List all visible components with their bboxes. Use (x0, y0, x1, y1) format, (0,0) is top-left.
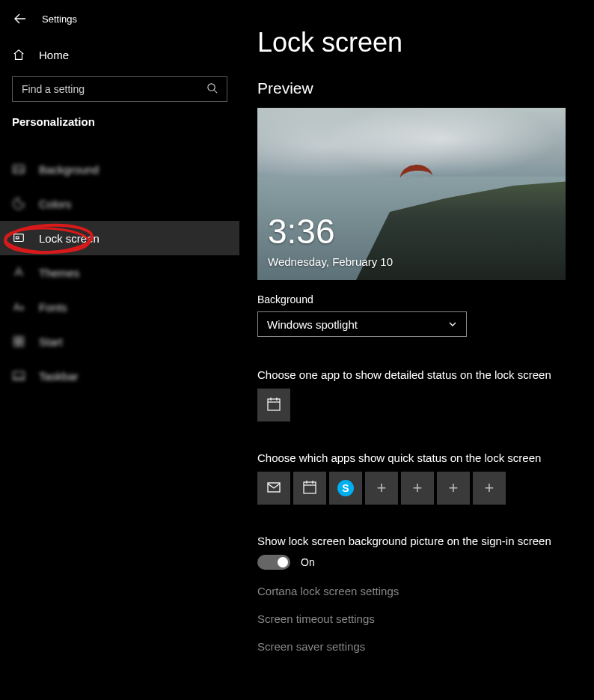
detailed-status-row (257, 389, 567, 421)
home-nav[interactable]: Home (0, 40, 239, 69)
link-timeout-settings[interactable]: Screen timeout settings (257, 612, 567, 625)
calendar-icon (266, 396, 282, 415)
quick-app-calendar[interactable] (293, 472, 326, 505)
fonts-icon (12, 300, 25, 314)
sidebar-item-label: Fonts (39, 301, 67, 314)
toggle-state: On (301, 556, 315, 568)
svg-rect-5 (16, 237, 19, 239)
start-icon (12, 335, 25, 348)
palette-icon (12, 197, 25, 210)
mail-icon (266, 479, 282, 498)
svg-point-0 (208, 84, 215, 91)
quick-status-row: S + + + + (257, 472, 567, 505)
svg-rect-1 (13, 165, 24, 174)
svg-rect-12 (268, 399, 280, 410)
sidebar-item-label: Lock screen (39, 232, 99, 245)
chevron-down-icon (448, 318, 457, 331)
nav-list: Background Colors Lock screen Themes Fon… (0, 152, 239, 393)
taskbar-icon (12, 369, 25, 383)
plus-icon: + (377, 478, 387, 498)
sidebar-item-label: Colors (39, 198, 71, 210)
svg-rect-7 (19, 337, 23, 341)
background-label: Background (257, 293, 567, 305)
dropdown-value: Windows spotlight (267, 318, 358, 331)
back-icon[interactable] (13, 12, 27, 25)
calendar-icon (301, 479, 318, 498)
section-heading: Personalization (0, 115, 239, 139)
quick-status-label: Choose which apps show quick status on t… (257, 451, 567, 464)
themes-icon (12, 266, 25, 279)
preview-clock: 3:36 (268, 211, 335, 252)
search-box[interactable] (12, 76, 227, 102)
plus-icon: + (449, 478, 459, 498)
quick-app-add-2[interactable]: + (401, 472, 434, 505)
svg-rect-20 (268, 483, 280, 492)
sidebar-item-taskbar[interactable]: Taskbar (0, 359, 239, 393)
sidebar-item-label: Background (39, 163, 99, 176)
picture-icon (12, 162, 25, 176)
quick-app-mail[interactable] (257, 472, 290, 505)
background-dropdown[interactable]: Windows spotlight (257, 311, 467, 337)
lock-screen-preview: 3:36 Wednesday, February 10 (257, 108, 566, 280)
sidebar-item-lock-screen[interactable]: Lock screen (0, 221, 239, 255)
sidebar-item-background[interactable]: Background (0, 152, 239, 186)
svg-rect-8 (14, 342, 18, 346)
svg-rect-21 (304, 482, 316, 493)
sidebar-item-themes[interactable]: Themes (0, 255, 239, 290)
plus-icon: + (413, 478, 423, 498)
titlebar: Settings (0, 6, 239, 40)
quick-app-add-1[interactable]: + (365, 472, 398, 505)
settings-sidebar: Settings Home Personalization Background… (0, 0, 239, 700)
home-label: Home (39, 49, 69, 61)
sidebar-item-colors[interactable]: Colors (0, 186, 239, 221)
skype-icon: S (337, 480, 354, 496)
quick-app-skype[interactable]: S (329, 472, 362, 505)
svg-rect-10 (13, 372, 24, 380)
link-screensaver-settings[interactable]: Screen saver settings (257, 640, 567, 653)
search-input[interactable] (22, 83, 206, 95)
plus-icon: + (485, 478, 495, 498)
signin-bg-toggle[interactable] (257, 555, 290, 570)
sidebar-item-label: Start (39, 335, 63, 348)
main-content: Lock screen Preview 3:36 Wednesday, Febr… (239, 0, 594, 700)
home-icon (12, 48, 25, 61)
detailed-status-label: Choose one app to show detailed status o… (257, 368, 567, 381)
page-title: Lock screen (257, 27, 567, 58)
preview-date: Wednesday, February 10 (268, 255, 393, 268)
sidebar-item-label: Themes (39, 267, 79, 279)
sidebar-item-label: Taskbar (39, 370, 79, 383)
link-cortana-settings[interactable]: Cortana lock screen settings (257, 585, 567, 597)
window-title: Settings (42, 13, 77, 25)
preview-heading: Preview (257, 79, 567, 97)
detailed-app-calendar[interactable] (257, 389, 290, 421)
quick-app-add-3[interactable]: + (437, 472, 470, 505)
sidebar-item-start[interactable]: Start (0, 324, 239, 359)
svg-rect-9 (19, 342, 23, 346)
quick-app-add-4[interactable]: + (473, 472, 506, 505)
lock-screen-icon (12, 231, 25, 245)
signin-bg-label: Show lock screen background picture on t… (257, 535, 567, 547)
search-icon (206, 82, 218, 96)
sidebar-item-fonts[interactable]: Fonts (0, 290, 239, 324)
svg-rect-6 (14, 337, 18, 341)
